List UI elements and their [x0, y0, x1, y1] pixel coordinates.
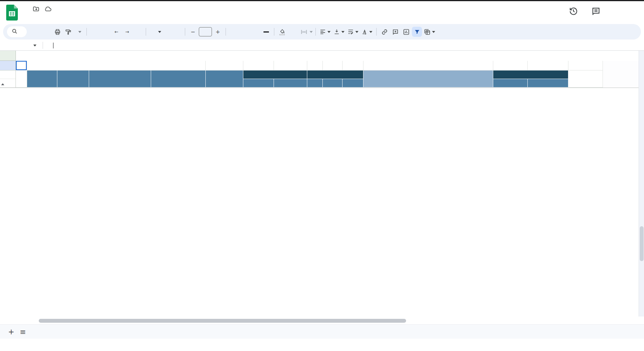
cell-O3[interactable]	[568, 71, 603, 88]
strikethrough-button[interactable]	[250, 27, 260, 37]
divider	[185, 28, 185, 36]
titlebar-actions	[569, 7, 601, 17]
increase-font-size-button[interactable]: +	[213, 27, 223, 37]
header-time[interactable]	[274, 79, 307, 88]
all-sheets-button[interactable]: ≡	[17, 326, 29, 337]
group-collapse-icon[interactable]	[1, 83, 4, 85]
zoom-control[interactable]	[74, 31, 84, 33]
fill-color-button[interactable]	[277, 27, 287, 37]
formula-bar	[0, 40, 644, 51]
cell-B1[interactable]	[27, 61, 206, 71]
cell-A1-selected[interactable]	[16, 61, 27, 71]
header-approval-status-group[interactable]	[243, 71, 307, 79]
select-all-corner[interactable]	[0, 51, 16, 61]
decrease-font-size-button[interactable]: −	[188, 27, 198, 37]
move-folder-icon[interactable]	[33, 5, 40, 12]
merge-options-chevron[interactable]	[310, 31, 313, 33]
data-rows-region	[0, 89, 644, 317]
redo-button[interactable]	[41, 27, 52, 37]
horizontal-scrollbar-thumb[interactable]	[39, 319, 406, 323]
header-validation[interactable]	[243, 79, 274, 88]
toolbar: ← → − +	[3, 24, 641, 40]
cell-O1[interactable]	[568, 61, 603, 71]
chevron-down-icon	[78, 31, 81, 33]
cell-J1[interactable]	[323, 61, 343, 71]
insert-chart-button[interactable]	[401, 27, 411, 37]
vertical-align-button[interactable]	[332, 27, 346, 37]
chevron-down-icon	[158, 31, 161, 33]
sheet-tab-bar: + ≡	[0, 325, 644, 339]
divider	[226, 28, 226, 36]
row-header-3[interactable]	[0, 71, 15, 79]
row-header-1[interactable]	[0, 61, 16, 71]
decrease-decimal-button[interactable]: ←	[111, 27, 121, 37]
menus-search-button[interactable]	[7, 26, 27, 37]
header-additional-remarks[interactable]	[363, 71, 493, 88]
functions-button[interactable]	[437, 27, 447, 37]
column-letter-strip	[0, 51, 644, 61]
cell-A3[interactable]	[16, 71, 27, 88]
cell-M1[interactable]	[493, 61, 528, 71]
divider	[376, 28, 377, 36]
font-size-input[interactable]	[199, 27, 212, 36]
version-history-icon[interactable]	[569, 7, 578, 17]
cell-K1[interactable]	[343, 61, 363, 71]
titlebar	[0, 1, 644, 24]
cell-F1[interactable]	[206, 61, 243, 71]
row-1	[0, 61, 644, 71]
merge-cells-button[interactable]	[299, 27, 309, 37]
name-box[interactable]	[0, 45, 40, 46]
show-comments-icon[interactable]	[591, 7, 601, 17]
header-date[interactable]	[27, 71, 57, 88]
cell-G1[interactable]	[243, 61, 274, 71]
italic-button[interactable]	[239, 27, 250, 37]
undo-button[interactable]	[31, 27, 41, 37]
cloud-saved-icon[interactable]	[44, 5, 52, 12]
more-formats-button[interactable]	[133, 27, 143, 37]
cell-H1[interactable]	[274, 61, 307, 71]
format-currency-button[interactable]	[90, 27, 100, 37]
cell-I1[interactable]	[307, 61, 323, 71]
insert-comment-button[interactable]	[390, 27, 400, 37]
format-percent-button[interactable]	[100, 27, 110, 37]
header-market-type-group[interactable]	[307, 71, 363, 79]
row-headers-3-4[interactable]	[0, 71, 16, 88]
increase-decimal-button[interactable]: →	[122, 27, 132, 37]
text-wrap-button[interactable]	[346, 27, 360, 37]
font-family-control[interactable]	[149, 31, 182, 33]
add-sheet-button[interactable]: +	[5, 326, 17, 337]
text-rotation-button[interactable]	[360, 27, 374, 37]
divider	[146, 28, 146, 36]
search-icon	[12, 28, 17, 36]
horizontal-scrollbar[interactable]	[0, 317, 644, 325]
print-button[interactable]	[52, 27, 62, 37]
cell-L1[interactable]	[363, 61, 493, 71]
header-reference-no[interactable]	[57, 71, 89, 88]
insert-link-button[interactable]	[379, 27, 389, 37]
paint-format-button[interactable]	[63, 27, 73, 37]
header-old[interactable]	[323, 79, 343, 88]
header-listing-status[interactable]	[206, 71, 243, 88]
bold-button[interactable]	[229, 27, 239, 37]
formula-cursor[interactable]	[53, 43, 53, 48]
header-portal-verification-group[interactable]	[493, 71, 568, 79]
header-request-purpose[interactable]	[151, 71, 206, 88]
header-pf[interactable]	[493, 79, 528, 88]
sheets-logo-icon[interactable]	[6, 5, 19, 21]
divider	[274, 28, 274, 36]
filter-views-button[interactable]	[423, 27, 436, 37]
text-color-button[interactable]	[261, 27, 271, 37]
header-relisted[interactable]	[343, 79, 363, 88]
horizontal-align-button[interactable]	[319, 27, 332, 37]
vertical-scrollbar-thumb[interactable]	[640, 226, 644, 261]
create-filter-button[interactable]	[412, 27, 422, 37]
borders-button[interactable]	[288, 27, 298, 37]
header-bayut[interactable]	[528, 79, 568, 88]
header-agent-name[interactable]	[89, 71, 151, 88]
cell-N1[interactable]	[528, 61, 568, 71]
divider	[43, 42, 43, 49]
header-new[interactable]	[307, 79, 323, 88]
grid-filler	[603, 71, 644, 88]
title-block	[23, 4, 52, 24]
vertical-scrollbar[interactable]	[639, 51, 644, 317]
